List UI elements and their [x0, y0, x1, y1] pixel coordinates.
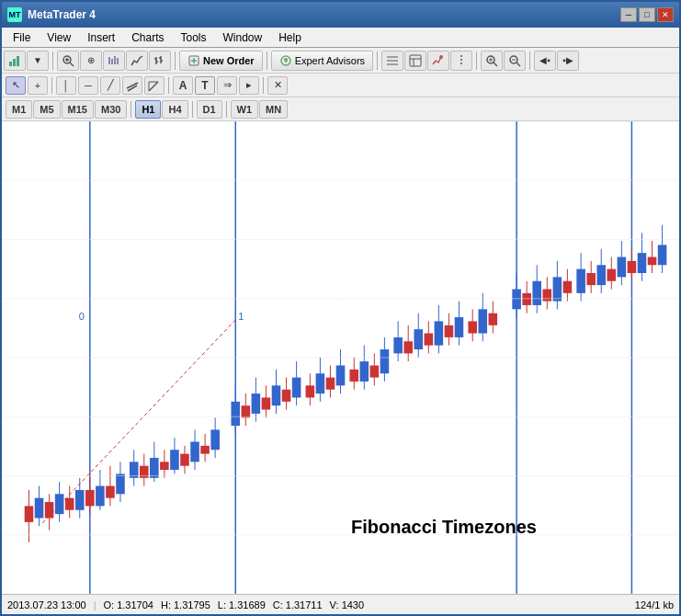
arrow-btn[interactable]: ▼	[27, 51, 49, 71]
text-label-btn[interactable]: T	[195, 76, 215, 95]
cursor-btn[interactable]: ↖	[6, 76, 26, 95]
toolbar-group-1: ▼	[4, 51, 49, 71]
scroll-left-btn[interactable]: ◀▪	[534, 51, 556, 71]
channel-btn[interactable]	[122, 76, 142, 95]
trend-line-btn[interactable]: ╱	[100, 76, 120, 95]
tf-m15[interactable]: M15	[62, 100, 94, 119]
tf-sep3	[226, 101, 227, 118]
svg-rect-2	[17, 56, 19, 66]
tf-sep2	[192, 101, 193, 118]
tf-m1[interactable]: M1	[6, 100, 32, 119]
new-chart-btn[interactable]	[4, 51, 26, 71]
status-close: C: 1.31711	[273, 599, 323, 610]
new-order-label: New Order	[203, 55, 255, 66]
svg-line-4	[70, 63, 74, 66]
tf-sep1	[131, 101, 131, 118]
svg-rect-8	[111, 59, 113, 64]
expert-advisors-label: Expert Advisors	[295, 55, 365, 66]
zoom-chart-in-btn[interactable]	[481, 51, 503, 71]
sep3	[267, 51, 267, 70]
sep1	[52, 51, 53, 70]
status-open: O: 1.31704	[104, 599, 153, 610]
menu-window[interactable]: Window	[216, 29, 270, 46]
tf-h4[interactable]: H4	[162, 100, 187, 119]
minimize-button[interactable]: ─	[620, 7, 637, 22]
window-title: MetaTrader 4	[28, 8, 96, 21]
window-controls: ─ □ ✕	[620, 7, 674, 22]
svg-rect-9	[114, 56, 116, 64]
angle-line-btn[interactable]	[144, 76, 165, 95]
chart-area[interactable]: Fibonacci Timezones	[2, 121, 679, 594]
app-icon: MT	[7, 7, 22, 22]
status-datetime: 2013.07.23 13:00	[7, 599, 86, 610]
period-sep-btn[interactable]	[103, 51, 125, 71]
menu-view[interactable]: View	[40, 29, 78, 46]
svg-rect-0	[9, 62, 12, 66]
vertical-line-btn[interactable]: │	[56, 76, 76, 95]
menu-tools[interactable]: Tools	[174, 29, 214, 46]
crosshair-draw-btn[interactable]: +	[28, 76, 48, 95]
svg-rect-24	[410, 55, 421, 66]
sep2	[175, 51, 176, 70]
draw-toolbar: ↖ + │ ─ ╱ A T ⇒ ▸ ✕	[2, 74, 679, 97]
chart-prop-btn[interactable]	[381, 51, 403, 71]
timeframe-toolbar: M1 M5 M15 M30 H1 H4 D1 W1 MN	[2, 97, 679, 121]
tf-m30[interactable]: M30	[95, 100, 127, 119]
tf-h1[interactable]: H1	[135, 100, 161, 119]
sep4	[377, 51, 378, 70]
svg-rect-7	[108, 57, 110, 64]
toolbar-group-zoom	[481, 51, 526, 71]
tf-d1[interactable]: D1	[197, 100, 222, 119]
toolbar-group-2: ⊕	[57, 51, 171, 71]
title-bar-left: MT MetaTrader 4	[7, 7, 96, 22]
main-toolbar: ▼ ⊕ New Order Expert Advisors	[2, 48, 679, 74]
restore-button[interactable]: □	[639, 7, 655, 22]
period-sep2-btn[interactable]	[450, 51, 472, 71]
menu-bar: File View Insert Charts Tools Window Hel…	[2, 28, 679, 48]
svg-rect-1	[13, 59, 16, 66]
svg-line-38	[149, 82, 158, 91]
hline-btn[interactable]: ─	[78, 76, 98, 95]
svg-rect-10	[117, 58, 119, 64]
toolbar-group-4: ◀▪ ▪▶	[534, 51, 579, 71]
svg-point-27	[439, 55, 443, 59]
zoom-in-btn[interactable]	[57, 51, 79, 71]
template-btn[interactable]	[404, 51, 426, 71]
svg-line-37	[128, 86, 137, 91]
toolbar-group-3	[381, 51, 472, 71]
sep6	[529, 51, 530, 70]
menu-insert[interactable]: Insert	[80, 29, 122, 46]
menu-file[interactable]: File	[6, 29, 38, 46]
status-low: L: 1.31689	[218, 599, 266, 610]
tf-mn[interactable]: MN	[259, 100, 288, 119]
scroll-right-btn[interactable]: ▪▶	[557, 51, 579, 71]
arrow-draw-btn[interactable]: ⇒	[217, 76, 237, 95]
app-window: MT MetaTrader 4 ─ □ ✕ File View Insert C…	[0, 0, 681, 616]
status-bar: 2013.07.23 13:00 | O: 1.31704 H: 1.31795…	[2, 594, 679, 614]
tf-w1[interactable]: W1	[231, 100, 259, 119]
tf-m5[interactable]: M5	[33, 100, 60, 119]
expert-advisors-button[interactable]: Expert Advisors	[271, 51, 373, 71]
menu-charts[interactable]: Charts	[124, 29, 171, 46]
status-high: H: 1.31795	[161, 599, 210, 610]
new-order-button[interactable]: New Order	[179, 51, 263, 71]
crosshair-btn[interactable]: ⊕	[80, 51, 102, 71]
text-btn[interactable]: A	[173, 76, 193, 95]
sep5	[476, 51, 477, 70]
svg-line-30	[494, 63, 497, 66]
delete-obj-btn[interactable]: ✕	[267, 76, 288, 95]
title-bar: MT MetaTrader 4 ─ □ ✕	[2, 2, 679, 28]
svg-line-34	[516, 63, 520, 66]
menu-help[interactable]: Help	[271, 29, 309, 46]
status-volume: V: 1430	[330, 599, 365, 610]
indicator-btn[interactable]	[427, 51, 449, 71]
more-draw-btn[interactable]: ▸	[239, 76, 259, 95]
bar-chart-btn[interactable]	[149, 51, 171, 71]
zoom-chart-out-btn[interactable]	[504, 51, 526, 71]
line-chart-btn[interactable]	[126, 51, 148, 71]
status-info: 124/1 kb	[635, 599, 674, 610]
chart-canvas	[2, 121, 679, 594]
close-button[interactable]: ✕	[657, 7, 674, 22]
